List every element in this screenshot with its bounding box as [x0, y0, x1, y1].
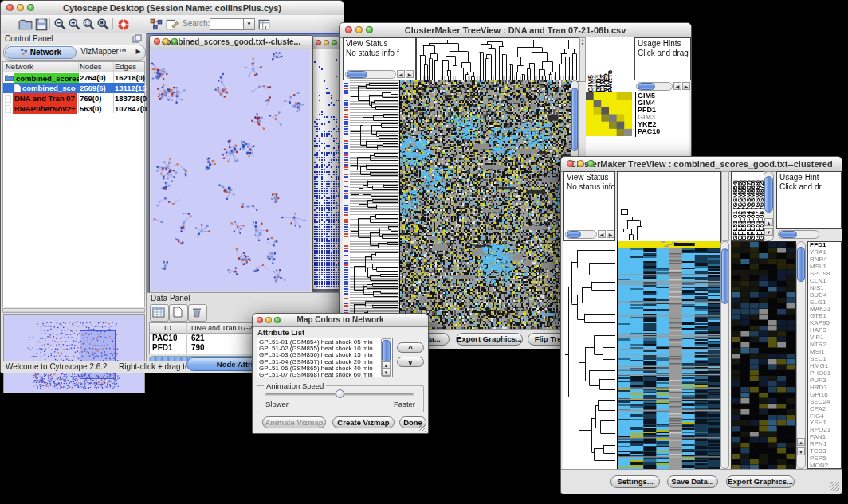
zoom-in-icon[interactable]	[68, 18, 82, 32]
tv1-column-labels[interactable]: GIM5GIM4PFD1GIM3YKE2PAC10	[587, 37, 612, 92]
attribute-list[interactable]: GPL51-01 (GSM854) heat shock 05 minGPL51…	[257, 338, 393, 377]
table-select-button[interactable]	[150, 304, 169, 322]
minimize-icon[interactable]	[324, 40, 329, 45]
window-controls[interactable]	[154, 38, 178, 45]
close-icon[interactable]	[154, 38, 160, 45]
minimize-icon[interactable]	[577, 160, 584, 167]
tv2-status-scrollbar[interactable]	[565, 230, 597, 239]
tab-network[interactable]: Network	[5, 46, 77, 59]
animate-vizmap-button[interactable]: Animate Vizmap	[262, 416, 326, 428]
tv2-heatmap[interactable]	[617, 241, 720, 469]
scroll-down-button[interactable]: ▼	[382, 369, 391, 376]
float-panel-icon[interactable]	[132, 34, 142, 43]
network-manager-icon[interactable]	[149, 18, 163, 32]
scroll-right-button[interactable]: ▶	[682, 82, 690, 90]
window-controls[interactable]	[345, 26, 373, 33]
tv1-status-scrollbar[interactable]	[345, 70, 396, 79]
tv1-row-labels[interactable]: GIM5GIM4PFD1GIM3YKE2PAC10	[635, 92, 677, 137]
minimize-icon[interactable]	[355, 26, 363, 33]
zoom-window-icon[interactable]	[587, 160, 595, 167]
minimize-icon[interactable]	[163, 38, 169, 45]
tv1-column-dendrogram[interactable]	[416, 37, 579, 82]
tv1-top-vscroll[interactable]: ▲▼	[579, 37, 586, 82]
table-row[interactable]: combined_scores_ 2764(0) 16218(0)	[3, 72, 144, 83]
tab-vizmapper[interactable]: VizMapper™	[77, 46, 130, 57]
import-table-icon[interactable]	[257, 18, 272, 32]
attribute-list-scrollbar[interactable]: ▲ ▼	[381, 338, 391, 377]
open-session-icon[interactable]	[18, 18, 33, 32]
zoom-window-icon[interactable]	[274, 317, 281, 323]
window-controls[interactable]	[257, 317, 281, 323]
tab-overflow-button[interactable]: ▶	[132, 46, 144, 57]
tv1-row-dendrogram[interactable]	[350, 80, 399, 329]
speed-slider-thumb[interactable]	[336, 389, 344, 398]
tv2-column-labels[interactable]: GPL51-01 (GSM854)GPL51-02 (GSM855)GPL51-…	[731, 171, 764, 241]
minimize-icon[interactable]	[265, 317, 272, 323]
close-icon[interactable]	[316, 40, 321, 45]
scroll-right-button[interactable]: ▶	[607, 230, 614, 238]
scroll-left-button[interactable]: ◀	[397, 70, 405, 78]
save-data-button[interactable]: Save Data...	[667, 475, 718, 488]
resize-grip[interactable]	[830, 482, 839, 491]
new-attribute-button[interactable]	[169, 304, 188, 322]
panel-splitter[interactable]	[2, 308, 145, 313]
scroll-down-button[interactable]: ▼	[797, 447, 805, 455]
tv2-row-dendrogram[interactable]	[563, 241, 617, 469]
export-graphics-button[interactable]: Export Graphics...	[456, 333, 523, 346]
table-row[interactable]: RNAPuberNov2+ 563(0) 107847(0)	[3, 104, 144, 114]
tv1-heatmap[interactable]	[399, 80, 571, 329]
search-input[interactable]	[210, 18, 245, 30]
scroll-left-button[interactable]: ◀	[673, 82, 681, 90]
network-table-header[interactable]: Network Nodes Edges	[3, 62, 144, 72]
tv1-usage-scrollbar[interactable]	[636, 82, 673, 91]
zoom-window-icon[interactable]	[366, 26, 373, 33]
network-view-canvas[interactable]	[151, 49, 310, 291]
treeview1-titlebar[interactable]: ClusterMaker TreeView : DNA and Tran 07-…	[340, 23, 691, 38]
save-session-icon[interactable]	[34, 18, 49, 32]
annotation-icon[interactable]	[165, 18, 179, 32]
tv2-genelist-vscrollbar[interactable]: ▲ ▼	[796, 241, 806, 469]
create-vizmap-button[interactable]: Create Vizmap	[332, 416, 395, 428]
main-titlebar[interactable]: Cytoscape Desktop (Session Name: collins…	[1, 1, 344, 16]
tv2-secondary-heatmap[interactable]	[731, 241, 796, 471]
scroll-down-button[interactable]: ▼	[764, 228, 773, 236]
scroll-up-button[interactable]: ▲	[382, 361, 391, 369]
tv2-collabel-vscrollbar[interactable]: ▲ ▼	[764, 171, 774, 241]
zoom-window-icon[interactable]	[27, 4, 34, 11]
resize-grip[interactable]	[419, 424, 426, 432]
tv2-usage-scrollbar[interactable]	[778, 230, 819, 239]
export-graphics-button[interactable]: Export Graphics...	[726, 475, 795, 488]
scroll-left-button[interactable]: ◀	[598, 230, 606, 238]
tv2-heatmap-vscrollbar[interactable]	[720, 241, 729, 469]
tv2-gene-labels[interactable]: PFD1YRA1RNR4MSL1SPC98CLN1NIS1BUD4ELG1MAK…	[807, 241, 842, 469]
close-icon[interactable]	[567, 160, 574, 167]
network-overview-canvas[interactable]	[3, 314, 145, 393]
tv1-summary-heatmap[interactable]	[586, 92, 632, 136]
scroll-up-button[interactable]: ▲	[764, 218, 773, 226]
table-row-selected[interactable]: combined_sco 2569(6) 13112(15)	[3, 83, 144, 93]
treeview2-titlebar[interactable]: ClusterMaker TreeView : combined_scores_…	[561, 157, 842, 172]
network-view-window[interactable]: combined_scores_good.txt--cluste...	[149, 35, 313, 293]
scroll-up-button[interactable]: ▲	[797, 438, 805, 446]
tv2-column-dendrogram-area[interactable]	[617, 171, 721, 243]
close-icon[interactable]	[6, 4, 14, 11]
delete-attribute-button[interactable]	[188, 304, 207, 322]
zoom-window-icon[interactable]	[332, 40, 337, 45]
window-controls[interactable]	[567, 160, 595, 167]
zoom-selected-icon[interactable]	[82, 18, 96, 32]
search-dropdown-button[interactable]: ▼	[243, 18, 255, 30]
zoom-window-icon[interactable]	[171, 38, 178, 45]
move-down-button[interactable]: v	[397, 357, 424, 367]
help-lifering-icon[interactable]	[116, 18, 131, 32]
zoom-fit-icon[interactable]	[96, 18, 111, 32]
close-icon[interactable]	[345, 26, 352, 33]
table-row[interactable]: DNA and Tran 07 769(0) 183728(0)	[3, 93, 144, 104]
window-controls[interactable]	[6, 4, 34, 11]
zoom-out-icon[interactable]	[53, 18, 68, 32]
tv2-usage-hints: Usage Hint Click and dr	[776, 171, 842, 229]
minimize-icon[interactable]	[17, 4, 24, 11]
settings-button[interactable]: Settings...	[610, 475, 660, 488]
close-icon[interactable]	[257, 317, 263, 323]
move-up-button[interactable]: ^	[397, 342, 424, 353]
scroll-right-button[interactable]: ▶	[406, 70, 414, 78]
